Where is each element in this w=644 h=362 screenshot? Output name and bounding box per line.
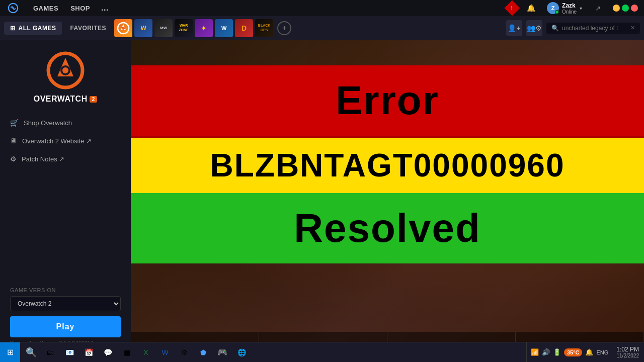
shop-icon: 🛒	[10, 119, 19, 127]
sidebar-item-website-label: Overwatch 2 Website ↗	[22, 137, 92, 145]
game-tab-overwatch[interactable]	[114, 19, 132, 37]
volume-icon[interactable]: 🔊	[542, 348, 550, 356]
taskbar-icons: 🔍 🗂 📧 📅 💬 ▦ X W ⚙ ⬟ 🎮 🌐	[20, 343, 521, 361]
svg-point-6	[62, 67, 68, 73]
game-badge: 2	[90, 96, 98, 103]
user-section[interactable]: Z Zazk Online ▾	[544, 1, 585, 16]
promo-text-3: 2000 Overwatch Coins, and more...	[151, 191, 287, 202]
game-title-area: OVERWATCH 2	[34, 95, 98, 104]
user-status: Online	[562, 9, 577, 15]
taskbar-store[interactable]: ▦	[118, 343, 136, 361]
title-bar: GAMES SHOP ... ! 🔔 Z Zazk Online ▾	[0, 0, 644, 16]
search-area: 👤+ 👥⚙ 🔍 ✕	[506, 20, 640, 36]
promo-text-2: 2 Legendary Space Raiders Skins,	[151, 181, 287, 192]
add-friend-button[interactable]: a Friend	[553, 193, 634, 210]
online-status-dot	[555, 10, 559, 14]
game-tab-mw[interactable]: MW	[154, 19, 173, 37]
clock-date: 11/2/2022	[616, 353, 639, 358]
social-area: 🤖 Find new friends and start an epic jou…	[553, 128, 634, 210]
clock-time: 1:02 PM	[616, 346, 639, 353]
alert-diamond-btn[interactable]: !	[505, 0, 520, 16]
wifi-icon[interactable]: 📶	[531, 348, 539, 356]
taskbar-search[interactable]: 🔍	[22, 343, 40, 361]
taskbar-calendar[interactable]: 📅	[79, 343, 98, 361]
taskbar-game[interactable]: 🎮	[213, 343, 231, 361]
title-bar-nav: GAMES SHOP ...	[28, 3, 113, 14]
taskbar-word[interactable]: W	[156, 343, 174, 361]
close-button[interactable]	[631, 5, 638, 12]
find-friends-text: Find new friends and start an epic journ…	[553, 169, 634, 187]
search-clear-btn[interactable]: ✕	[630, 25, 635, 31]
notifications-icon[interactable]: 🔔	[585, 348, 593, 356]
promo-text-1: Featuring the Season 11 Premium Battle P…	[151, 170, 287, 181]
bnet-logo[interactable]	[6, 1, 20, 15]
taskbar-browser[interactable]: 🌐	[232, 343, 251, 361]
sys-tray: 📶 🔊 🔋 35°C 🔔 ENG	[526, 342, 612, 362]
sidebar-bottom: GAME VERSION Overwatch 2 Play Region: As…	[0, 281, 131, 352]
game-title: OVERWATCH	[34, 95, 88, 104]
chevron-down-icon: ▾	[580, 6, 582, 11]
external-link-icon[interactable]: ↗	[595, 5, 601, 12]
taskbar: ⊞ 🔍 🗂 📧 📅 💬 ▦ X W ⚙ ⬟ 🎮 🌐 📶 🔊 🔋 35°C 🔔 E…	[0, 342, 644, 362]
sidebar-item-shop-label: Shop Overwatch	[24, 119, 72, 127]
game-tab-warzone[interactable]: WARZONE	[175, 19, 193, 37]
temp-badge: 35°C	[564, 348, 583, 356]
games-nav-btn[interactable]: GAMES	[28, 3, 63, 14]
robot-icon: 🤖	[575, 128, 613, 163]
title-bar-right: ! 🔔 Z Zazk Online ▾ ↗	[507, 1, 638, 16]
windows-icon: ⊞	[7, 347, 14, 357]
lang-badge: ENG	[596, 349, 608, 355]
website-icon: 🖥	[10, 137, 17, 145]
grid-icon: ⊞	[10, 25, 16, 32]
more-nav-btn[interactable]: ...	[97, 3, 113, 14]
sidebar-item-shop[interactable]: 🛒 Shop Overwatch	[0, 114, 131, 132]
sidebar: OVERWATCH 2 🛒 Shop Overwatch 🖥 Overwatch…	[0, 40, 131, 362]
favorites-btn[interactable]: FAVORITES	[64, 22, 112, 35]
search-box: 🔍 ✕	[546, 23, 640, 34]
window-controls	[613, 5, 638, 12]
taskbar-settings[interactable]: ⚙	[175, 343, 193, 361]
all-games-label: ALL GAMES	[19, 25, 56, 32]
taskbar-files[interactable]: 🗂	[41, 343, 59, 361]
notification-btn[interactable]: 🔔	[524, 1, 538, 15]
taskbar-teams[interactable]: 💬	[99, 343, 117, 361]
search-icon: 🔍	[551, 25, 559, 32]
shop-nav-btn[interactable]: SHOP	[65, 3, 95, 14]
clock[interactable]: 1:02 PM 11/2/2022	[616, 346, 639, 358]
battery-icon[interactable]: 🔋	[553, 348, 561, 356]
play-button[interactable]: Play	[10, 316, 121, 337]
overwatch-logo	[45, 50, 86, 90]
svg-point-1	[12, 7, 14, 9]
all-games-btn[interactable]: ⊞ ALL GAMES	[4, 22, 62, 35]
taskbar-right: 📶 🔊 🔋 35°C 🔔 ENG 1:02 PM 11/2/2022	[521, 342, 644, 362]
sidebar-item-patch-label: Patch Notes ↗	[22, 155, 64, 163]
title-bar-left: GAMES SHOP ...	[6, 1, 113, 15]
right-panel: Featuring the Season 11 Premium Battle P…	[131, 40, 644, 362]
game-tab-hearthstone[interactable]: ✦	[195, 19, 213, 37]
minimize-button[interactable]	[613, 5, 620, 12]
game-tab-diablo[interactable]: D	[235, 19, 253, 37]
game-tab-wow[interactable]: W	[134, 19, 152, 37]
add-game-tab-btn[interactable]: +	[277, 21, 291, 35]
games-tab-bar: ⊞ ALL GAMES FAVORITES W MW WARZONE ✦ W D…	[0, 16, 644, 40]
sidebar-item-website[interactable]: 🖥 Overwatch 2 Website ↗	[0, 132, 131, 150]
add-friend-btn[interactable]: 👤+	[506, 20, 522, 36]
game-version-label: GAME VERSION	[10, 287, 121, 293]
maximize-button[interactable]	[622, 5, 629, 12]
avatar: Z	[547, 2, 559, 14]
featured-promo: Featuring the Season 11 Premium Battle P…	[151, 170, 287, 202]
game-version-select[interactable]: Overwatch 2	[10, 296, 121, 311]
start-button[interactable]: ⊞	[0, 342, 20, 363]
game-logo-area: OVERWATCH 2	[0, 50, 131, 114]
taskbar-mail[interactable]: 📧	[60, 343, 78, 361]
sidebar-item-patch[interactable]: ⚙ Patch Notes ↗	[0, 150, 131, 168]
taskbar-bnet[interactable]: ⬟	[194, 343, 212, 361]
game-tab-blackops[interactable]: BLACKOPS	[255, 19, 273, 37]
search-input[interactable]	[562, 25, 627, 32]
user-name: Zazk	[562, 2, 577, 9]
manage-friends-btn[interactable]: 👥⚙	[526, 20, 542, 36]
svg-point-3	[122, 27, 125, 30]
patch-icon: ⚙	[10, 155, 17, 163]
taskbar-excel[interactable]: X	[137, 343, 155, 361]
game-tab-wow-classic[interactable]: W	[215, 19, 233, 37]
